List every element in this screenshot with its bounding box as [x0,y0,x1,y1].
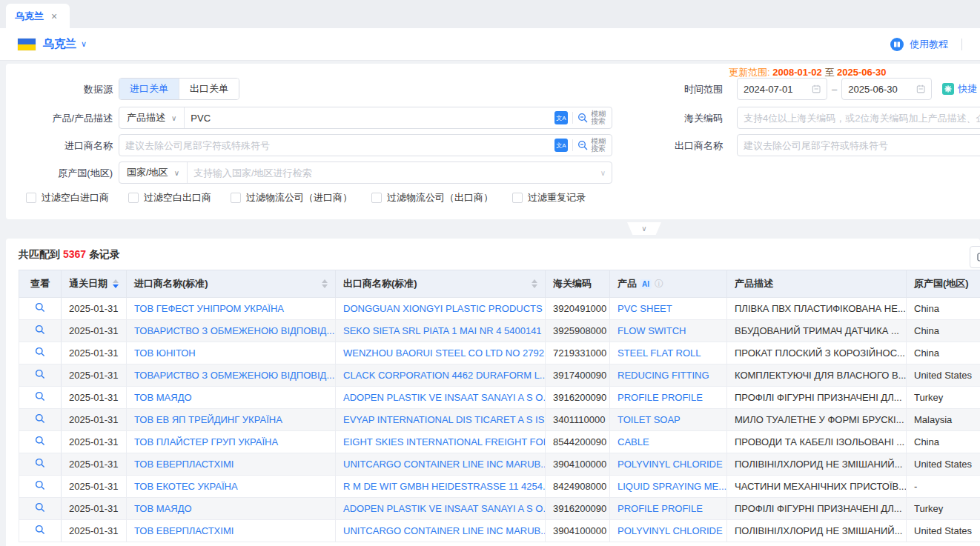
cell-product-link[interactable]: CABLE [610,431,727,453]
view-record-icon[interactable] [35,458,45,468]
checkbox-icon[interactable] [512,193,523,203]
product-search-group: 产品描述∨ 文A 模糊搜索 [119,107,612,129]
checkbox-filter-logistics-importer[interactable]: 过滤物流公司（进口商） [231,191,352,204]
checkbox-icon[interactable] [371,193,382,203]
sort-date-control[interactable] [113,279,119,288]
product-type-select[interactable]: 产品描述∨ [119,107,185,128]
info-icon[interactable]: ⓘ [655,278,663,290]
divider [572,139,573,151]
hs-code-label: 海关编码 [677,112,723,125]
cell-origin: - [907,476,980,498]
tutorial-link[interactable]: 使用教程 [910,38,948,51]
cell-product-link[interactable]: POLYVINYL CHLORIDE [610,520,727,542]
cell-importer-link[interactable]: ТОВАРИСТВО З ОБМЕЖЕНОЮ ВІДПОВІД... [127,320,336,342]
header-importer: 进口商名称(标准) [127,270,336,298]
cell-hs-code: 3904100000 [546,520,610,542]
checkbox-filter-logistics-exporter[interactable]: 过滤物流公司（出口商） [371,191,493,204]
cell-exporter-link[interactable]: ADOPEN PLASTIK VE INSAAT SANAYI A S O... [336,387,546,409]
date-start-input[interactable] [744,84,812,95]
cell-exporter-link[interactable]: UNITCARGO CONTAINER LINE INC MARUB... [336,453,546,476]
cell-importer-link[interactable]: ТОВ ЕВЕРПЛАСТХІМІ [127,453,336,476]
checkbox-filter-blank-exporter[interactable]: 过滤空白出口商 [128,191,211,204]
cell-date: 2025-01-31 [62,387,127,409]
collapse-filters-button[interactable]: ∨ [627,222,661,235]
view-record-icon[interactable] [35,324,45,335]
cell-product-link[interactable]: FLOW SWITCH [610,320,727,342]
importer-input[interactable] [125,140,549,151]
cell-importer-link[interactable]: ТОВ ГЕФЕСТ УНІПРОМ УКРАЇНА [127,298,336,320]
cell-exporter-link[interactable]: SEKO SIETA SRL PIATA 1 MAI NR 4 5400141 … [336,320,546,342]
date-end-input[interactable] [848,84,916,95]
view-record-icon[interactable] [35,525,45,535]
cell-exporter-link[interactable]: CLACK CORPORATION 4462 DURAFORM L... [336,364,546,387]
view-record-icon[interactable] [35,391,45,402]
origin-input[interactable] [193,167,595,179]
tab-ukraine[interactable]: 乌克兰 × [6,4,70,28]
view-record-icon[interactable] [35,436,45,446]
exporter-input[interactable] [744,140,980,151]
checkbox-filter-duplicates[interactable]: 过滤重复记录 [512,191,586,204]
view-record-icon[interactable] [35,480,45,490]
cell-importer-link[interactable]: ТОВ ПЛАЙСТЕР ГРУП УКРАЇНА [127,431,336,453]
date-start-field[interactable] [737,78,827,100]
country-chevron-down-icon[interactable]: ∨ [81,39,87,49]
date-range-dash: – [832,84,837,95]
cell-product-link[interactable]: PROFILE PROFILE [610,498,727,520]
exporter-field[interactable] [737,134,980,156]
view-record-icon[interactable] [35,413,45,424]
translate-icon[interactable]: 文A [554,111,568,124]
fuzzy-search-button[interactable]: 模糊搜索 [577,138,606,153]
chevron-down-icon: ∨ [174,169,179,177]
cell-exporter-link[interactable]: UNITCARGO CONTAINER LINE INC MARUB... [336,520,546,542]
cell-description: ПРОФІЛІ ФІГУРНІ ПРИЗНАЧЕНІ ДЛ... [727,498,907,520]
cell-importer-link[interactable]: ТОВ МАЯДО [127,498,336,520]
toolbar-button-partial[interactable] [970,246,980,268]
cell-importer-link[interactable]: ТОВАРИСТВО З ОБМЕЖЕНОЮ ВІДПОВІД... [127,364,336,387]
hs-code-field[interactable] [737,107,980,129]
view-record-icon[interactable] [35,369,45,379]
cell-hs-code: 3920491000 [546,298,610,320]
cell-product-link[interactable]: TOILET SOAP [610,409,727,431]
cell-importer-link[interactable]: ТОВ ЕВ ЯП ТРЕЙДИНГ УКРАЇНА [127,409,336,431]
cell-product-link[interactable]: LIQUID SPRAYING ME... [610,476,727,498]
cell-exporter-link[interactable]: DONGGUAN XIONGYI PLASTIC PRODUCTS ... [336,298,546,320]
cell-product-link[interactable]: STEEL FLAT ROLL [610,342,727,364]
cell-description: КОМПЛЕКТУЮЧІ ДЛЯ ВЛАСНОГО В... [727,364,907,387]
cell-importer-link[interactable]: ТОВ МАЯДО [127,387,336,409]
cell-importer-link[interactable]: ТОВ ЕКОТЕС УКРАЇНА [127,476,336,498]
hs-code-input[interactable] [744,113,980,124]
translate-icon[interactable]: 文A [554,139,568,152]
cell-product-link[interactable]: PROFILE PROFILE [610,387,727,409]
cell-description: ЧАСТИНИ МЕХАНІЧНИХ ПРИСТОЇВ... [727,476,907,498]
origin-type-select[interactable]: 国家/地区∨ [119,162,188,183]
cell-importer-link[interactable]: ТОВ ЮНІТОН [127,342,336,364]
cell-exporter-link[interactable]: ADOPEN PLASTIK VE INSAAT SANAYI A S O... [336,498,546,520]
cell-product-link[interactable]: PVC SHEET [610,298,727,320]
quick-range-button[interactable]: 快捷 [942,82,977,96]
cell-exporter-link[interactable]: EIGHT SKIES INTERNATIONAL FREIGHT FOR... [336,431,546,453]
chevron-down-icon: ∨ [600,169,606,177]
cell-product-link[interactable]: POLYVINYL CHLORIDE [610,453,727,476]
cell-product-link[interactable]: REDUCING FITTING [610,364,727,387]
view-record-icon[interactable] [35,302,45,313]
datasource-import-tab[interactable]: 进口关单 [119,79,179,99]
cell-date: 2025-01-31 [62,298,127,320]
view-record-icon[interactable] [35,347,45,357]
checkbox-filter-blank-importer[interactable]: 过滤空白进口商 [26,191,109,204]
checkbox-icon[interactable] [26,193,36,203]
cell-exporter-link[interactable]: EVYAP INTERNATIONAL DIS TICARET A S IS..… [336,409,546,431]
tab-close-icon[interactable]: × [51,10,57,22]
fuzzy-search-button[interactable]: 模糊搜索 [577,110,606,125]
sort-importer-control[interactable] [322,279,328,288]
view-record-icon[interactable] [35,502,45,513]
date-end-field[interactable] [841,78,932,100]
datasource-export-tab[interactable]: 出口关单 [179,79,239,99]
cell-importer-link[interactable]: ТОВ ЕВЕРПЛАСТХІМІ [127,520,336,542]
cell-hs-code: 3916200090 [546,387,610,409]
checkbox-icon[interactable] [231,193,241,203]
sort-exporter-control[interactable] [532,279,537,288]
cell-exporter-link[interactable]: R M DE WIT GMBH HEIDESTRASSE 11 4254... [336,476,546,498]
product-search-input[interactable] [191,113,549,124]
checkbox-icon[interactable] [128,193,139,203]
cell-exporter-link[interactable]: WENZHOU BAORUI STEEL CO LTD NO 2792... [336,342,546,364]
